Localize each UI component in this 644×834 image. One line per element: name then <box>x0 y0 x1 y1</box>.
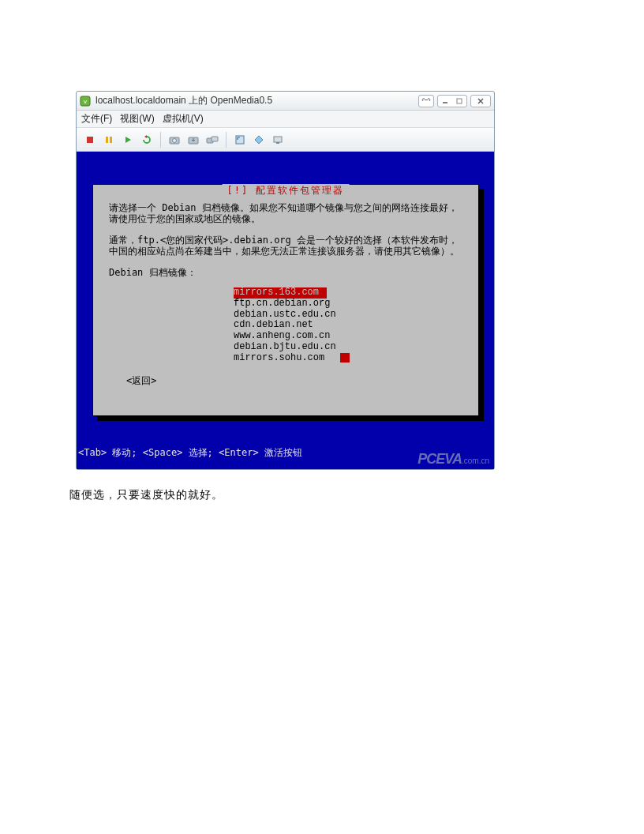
svg-rect-13 <box>212 137 218 141</box>
fullscreen-icon[interactable] <box>231 131 249 148</box>
page-caption: 随便选，只要速度快的就好。 <box>69 488 223 502</box>
watermark-suffix: .com.cn <box>462 456 489 465</box>
dialog-paragraph-1: 请选择一个 Debian 归档镜像。如果您不知道哪个镜像与您之间的网络连接最好，… <box>109 202 462 225</box>
menu-view[interactable]: 视图(W) <box>120 112 154 126</box>
toolbar-separator <box>226 132 227 148</box>
mirror-list[interactable]: mirrors.163.com ftp.cn.debian.org debian… <box>234 287 462 364</box>
vm-window: v localhost.localdomain 上的 OpenMedia0.5 <box>76 91 495 470</box>
window-title: localhost.localdomain 上的 OpenMedia0.5 <box>95 94 418 107</box>
snapshot-manage-icon[interactable] <box>204 131 221 148</box>
watermark-main: PCEVA <box>417 451 462 467</box>
play-button[interactable] <box>119 131 137 148</box>
back-button[interactable]: <返回> <box>126 375 462 386</box>
reset-button[interactable] <box>138 131 155 148</box>
minimize-button[interactable] <box>438 96 452 107</box>
svg-marker-8 <box>144 135 147 138</box>
stop-button[interactable] <box>81 131 99 148</box>
footer-hint: <Tab> 移动; <Space> 选择; <Enter> 激活按钮 <box>78 446 302 460</box>
watermark: PCEVA.com.cn <box>417 451 489 468</box>
svg-marker-15 <box>255 136 263 144</box>
svg-text:v: v <box>84 98 87 105</box>
mirror-item-selected[interactable]: mirrors.163.com <box>234 287 327 299</box>
console-icon[interactable] <box>269 131 286 148</box>
link-icon[interactable] <box>419 96 433 107</box>
close-button[interactable] <box>471 96 490 107</box>
mirror-item[interactable]: mirrors.sohu.com <box>234 352 324 363</box>
console-screen[interactable]: [!] 配置软件包管理器 请选择一个 Debian 归档镜像。如果您不知道哪个镜… <box>77 152 494 469</box>
titlebar: v localhost.localdomain 上的 OpenMedia0.5 <box>77 92 494 111</box>
menu-vm[interactable]: 虚拟机(V) <box>163 112 204 126</box>
svg-point-10 <box>173 138 177 142</box>
snapshot-revert-icon[interactable] <box>185 131 202 148</box>
pause-button[interactable] <box>100 131 118 148</box>
menu-file[interactable]: 文件(F) <box>81 112 112 126</box>
unity-icon[interactable] <box>250 131 268 148</box>
mirror-item[interactable]: www.anheng.com.cn <box>234 331 462 342</box>
vmware-icon: v <box>80 96 91 107</box>
dialog-title: [!] 配置软件包管理器 <box>223 184 350 197</box>
toolbar-separator <box>160 132 161 148</box>
maximize-button[interactable] <box>452 96 466 107</box>
dialog-mirror-label: Debian 归档镜像： <box>109 267 462 278</box>
dialog-paragraph-2: 通常，ftp.<您的国家代码>.debian.org 会是一个较好的选择（本软件… <box>109 235 462 257</box>
scroll-indicator-icon <box>340 353 350 363</box>
dialog-body: 请选择一个 Debian 归档镜像。如果您不知道哪个镜像与您之间的网络连接最好，… <box>93 185 478 396</box>
toolbar <box>77 128 494 152</box>
svg-rect-5 <box>106 137 108 143</box>
installer-dialog: [!] 配置软件包管理器 请选择一个 Debian 归档镜像。如果您不知道哪个镜… <box>92 184 479 416</box>
mirror-item[interactable]: debian.bjtu.edu.cn <box>234 342 462 353</box>
mirror-item[interactable]: ftp.cn.debian.org <box>234 299 462 310</box>
svg-marker-7 <box>125 137 131 143</box>
titlebar-buttons <box>418 95 491 107</box>
svg-rect-4 <box>87 137 93 143</box>
mirror-item[interactable]: debian.ustc.edu.cn <box>234 310 462 321</box>
svg-rect-17 <box>276 142 279 144</box>
svg-rect-3 <box>457 99 462 103</box>
menubar: 文件(F) 视图(W) 虚拟机(V) <box>77 111 494 128</box>
svg-rect-16 <box>274 137 282 142</box>
svg-rect-6 <box>110 137 112 143</box>
snapshot-icon[interactable] <box>166 131 183 148</box>
mirror-item[interactable]: cdn.debian.net <box>234 320 462 331</box>
